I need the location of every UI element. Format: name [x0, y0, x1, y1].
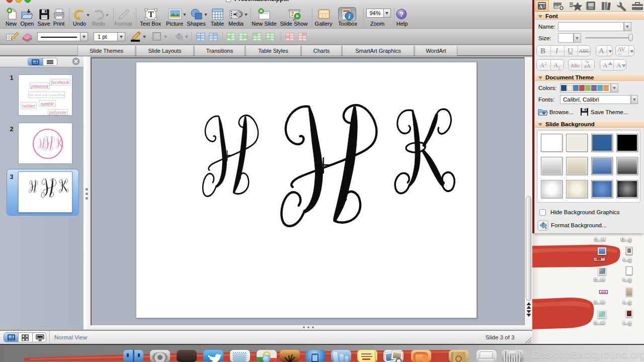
svg-text:i: i [348, 13, 350, 20]
svg-text:?: ? [399, 11, 404, 18]
svg-text:T: T [148, 10, 154, 19]
svg-text:A: A [539, 4, 543, 10]
